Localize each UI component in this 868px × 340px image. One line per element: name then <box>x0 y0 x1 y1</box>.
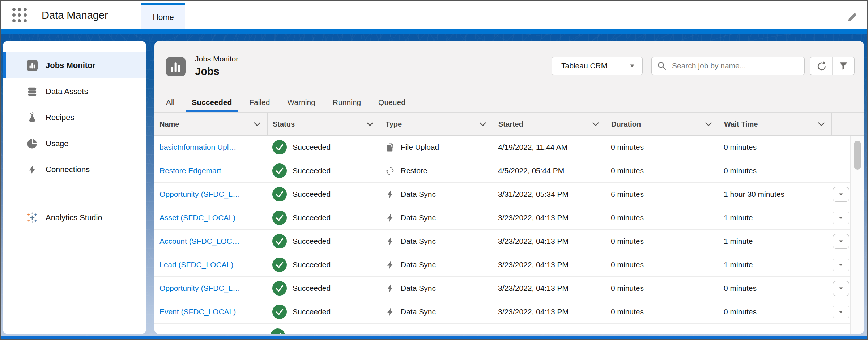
job-type-cell: File Upload <box>380 143 493 152</box>
column-header-name[interactable]: Name <box>154 113 267 135</box>
sidebar-item-icon <box>27 212 38 223</box>
status-tab-label: Queued <box>378 98 405 107</box>
app-launcher-icon[interactable] <box>12 8 27 23</box>
job-actions-cell <box>831 305 850 319</box>
column-header-type[interactable]: Type <box>380 113 493 135</box>
job-name-cell: Account (SFDC_LOC… <box>154 237 267 246</box>
refresh-button[interactable] <box>810 57 832 75</box>
column-header-duration[interactable]: Duration <box>606 113 719 135</box>
job-wait-time-cell: 1 minute <box>719 213 831 222</box>
job-type-cell: Restore <box>380 166 493 176</box>
vertical-scrollbar[interactable] <box>850 136 864 334</box>
job-type-label: Data Sync <box>401 190 436 199</box>
job-name-link[interactable]: Opportunity (SFDC_L… <box>159 190 240 198</box>
job-name-link[interactable]: Opportunity (SFDC_L… <box>159 284 240 292</box>
job-wait-time-cell: 0 minutes <box>719 143 831 152</box>
job-status-label: Succeeded <box>293 307 331 316</box>
row-action-dropdown-button[interactable] <box>833 258 849 272</box>
row-action-dropdown-button[interactable] <box>833 187 849 202</box>
job-status-cell: Succeeded <box>267 305 380 319</box>
tab-all[interactable]: All <box>166 92 174 112</box>
job-started-cell: 4/5/2022, 05:44 PM <box>493 166 606 175</box>
brand-strip <box>1 29 867 34</box>
job-name-cell: basicInformation Upl… <box>154 143 267 152</box>
sidebar-item-recipes[interactable]: Recipes <box>3 105 146 131</box>
job-type-label: Data Sync <box>401 284 436 293</box>
job-status-label: Succeeded <box>293 143 331 152</box>
job-actions-cell <box>831 281 850 296</box>
search-icon <box>657 61 667 71</box>
table-row: basicInformation Upl… Succeeded File Upl… <box>154 136 850 159</box>
job-duration-cell: 0 minutes <box>606 143 719 152</box>
sidebar-item-data-assets[interactable]: Data Assets <box>3 78 146 105</box>
column-header-started[interactable]: Started <box>493 113 606 135</box>
column-header-label: Type <box>386 120 402 128</box>
job-type-icon <box>385 307 395 317</box>
job-name-cell: Opportunity (SFDC_L… <box>154 284 267 293</box>
chevron-down-icon <box>592 122 599 127</box>
job-name-link[interactable]: Lead (SFDC_LOCAL) <box>159 260 233 269</box>
sidebar-item-analytics-studio[interactable]: Analytics Studio <box>3 205 146 231</box>
success-status-icon <box>272 140 287 154</box>
caret-down-icon <box>838 286 843 290</box>
tab-queued[interactable]: Queued <box>378 92 405 112</box>
tab-warning[interactable]: Warning <box>287 92 315 112</box>
job-status-cell: Succeeded <box>267 163 380 178</box>
caret-down-icon <box>838 263 843 267</box>
job-duration-cell: 0 minutes <box>606 260 719 269</box>
jobs-panel-header: Jobs Monitor Jobs Tableau CRM <box>154 41 864 92</box>
job-wait-time-cell: 0 minutes <box>719 284 831 293</box>
job-wait-time-cell: 0 minutes <box>719 166 831 175</box>
jobs-panel: Jobs Monitor Jobs Tableau CRM <box>154 41 864 334</box>
sidebar-footer: Analytics Studio <box>3 205 146 231</box>
job-name-link[interactable]: Event (SFDC_LOCAL) <box>159 307 236 316</box>
row-action-dropdown-button[interactable] <box>833 305 849 319</box>
caret-down-icon <box>838 216 843 220</box>
sidebar-item-icon <box>27 138 38 149</box>
job-status-label: Succeeded <box>293 213 331 222</box>
job-type-icon <box>385 190 395 199</box>
tab-running[interactable]: Running <box>333 92 361 112</box>
job-name-link[interactable]: basicInformation Upl… <box>159 143 236 151</box>
job-name-cell: Opportunity (SFDC_L… <box>154 190 267 199</box>
scrollbar-thumb[interactable] <box>854 141 861 170</box>
success-status-icon <box>272 234 287 248</box>
column-header-status[interactable]: Status <box>267 113 380 135</box>
job-type-icon <box>385 284 395 293</box>
sidebar-item-label: Analytics Studio <box>46 213 102 222</box>
sidebar-item-connections[interactable]: Connections <box>3 157 146 183</box>
chevron-down-icon <box>705 122 712 127</box>
chevron-down-icon <box>479 122 486 127</box>
tab-failed[interactable]: Failed <box>249 92 270 112</box>
tab-home[interactable]: Home <box>141 3 185 29</box>
row-action-dropdown-button[interactable] <box>833 281 849 296</box>
job-name-link[interactable]: Restore Edgemart <box>159 166 221 175</box>
job-status-cell: Succeeded <box>267 187 380 201</box>
filter-button[interactable] <box>832 57 855 75</box>
caret-down-icon <box>629 64 635 68</box>
success-status-icon <box>272 211 287 225</box>
breadcrumb: Jobs Monitor <box>195 55 238 63</box>
job-started-cell: 4/19/2022, 11:44 AM <box>493 143 606 152</box>
workspace-background: Jobs Monitor Data Assets Recipes Usage C… <box>1 34 867 339</box>
row-action-dropdown-button[interactable] <box>833 234 849 249</box>
job-started-cell: 3/23/2022, 04:13 PM <box>493 284 606 293</box>
tab-succeeded[interactable]: Succeeded <box>192 92 232 112</box>
sidebar-item-jobs-monitor[interactable]: Jobs Monitor <box>3 52 146 78</box>
edit-pencil-icon[interactable] <box>845 10 860 24</box>
job-status-cell: Succeeded <box>267 140 380 154</box>
job-type-cell: Data Sync <box>380 307 493 317</box>
job-type-cell: Data Sync <box>380 213 493 223</box>
column-header-wait-time[interactable]: Wait Time <box>719 113 831 135</box>
app-selector-dropdown[interactable]: Tableau CRM <box>552 57 643 75</box>
job-type-cell: Data Sync <box>380 260 493 270</box>
row-action-dropdown-button[interactable] <box>833 211 849 225</box>
job-name-cell: Restore Edgemart <box>154 166 267 175</box>
job-name-link[interactable]: Account (SFDC_LOC… <box>159 237 240 245</box>
job-type-icon <box>385 237 395 246</box>
sidebar-item-usage[interactable]: Usage <box>3 131 146 157</box>
bottom-edge-strip <box>1 336 867 339</box>
search-input[interactable] <box>651 57 805 75</box>
job-name-link[interactable]: Asset (SFDC_LOCAL) <box>159 213 235 222</box>
success-status-icon <box>272 305 287 319</box>
